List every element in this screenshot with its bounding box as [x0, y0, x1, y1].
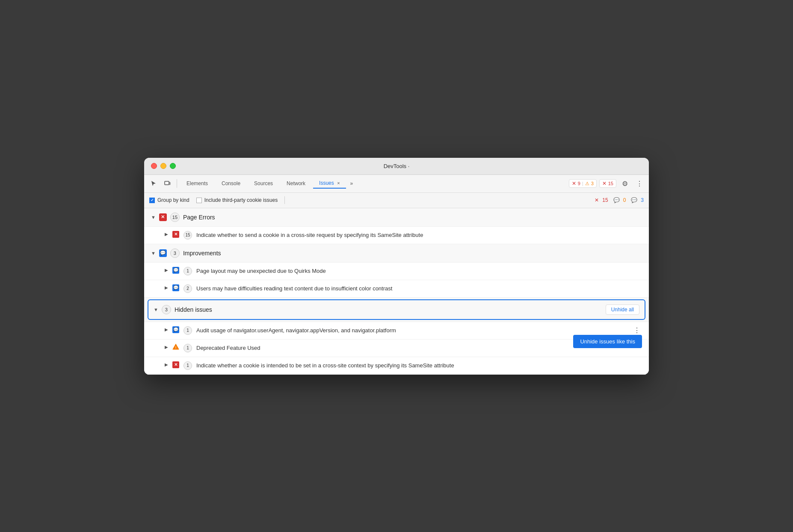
toolbar: Elements Console Sources Network Issues …	[144, 175, 649, 193]
issue-row-contrast[interactable]: ▶ 💬 2 Users may have difficulties readin…	[144, 280, 649, 298]
improvements-section-header[interactable]: ▼ 💬 3 Improvements	[144, 244, 649, 263]
summary-errors: 15	[602, 197, 608, 203]
third-party-checkbox[interactable]	[196, 198, 202, 203]
close-button[interactable]	[151, 163, 157, 169]
hidden-issues-section-wrapper: ▼ 3 Hidden issues Unhide all	[144, 298, 649, 322]
quirks-text: Page layout may be unexpected due to Qui…	[196, 267, 642, 275]
settings-icon[interactable]: ⚙	[619, 177, 631, 189]
deprecated-warning-icon: !	[172, 344, 179, 350]
error-badge-group[interactable]: ✕ 9 | ⚠ 3	[569, 179, 597, 188]
svg-rect-0	[165, 181, 169, 185]
navigator-count: 1	[183, 326, 192, 335]
navigator-text: Audit usage of navigator.userAgent, navi…	[196, 326, 627, 335]
navigator-expand-icon: ▶	[165, 327, 168, 332]
issue-row-cookie-cross-site[interactable]: ▶ ✕ 1 Indicate whether a cookie is inten…	[144, 357, 649, 375]
improvements-count: 3	[170, 248, 180, 258]
third-party-checkbox-label[interactable]: Include third-party cookie issues	[196, 197, 278, 203]
svg-rect-1	[169, 182, 170, 185]
contrast-info-icon: 💬	[172, 284, 179, 291]
page-errors-count: 15	[170, 213, 180, 222]
page-errors-icon: ✕	[159, 213, 167, 221]
deprecated-count: 1	[183, 344, 192, 352]
improvements-chevron: ▼	[151, 251, 156, 256]
tab-network[interactable]: Network	[281, 179, 311, 188]
traffic-lights	[151, 163, 176, 169]
unhide-popup[interactable]: Unhide issues like this	[573, 335, 642, 348]
page-errors-section-header[interactable]: ▼ ✕ 15 Page Errors	[144, 208, 649, 227]
tab-sources[interactable]: Sources	[248, 179, 279, 188]
hidden-issues-section-header[interactable]: ▼ 3 Hidden issues Unhide all	[148, 299, 645, 320]
cookie-text: Indicate whether a cookie is intended to…	[196, 361, 642, 370]
filterbar: Group by kind Include third-party cookie…	[144, 193, 649, 208]
device-icon[interactable]	[161, 177, 173, 189]
hidden-issues-count: 3	[162, 305, 171, 314]
warning-icon: ⚠	[585, 181, 589, 186]
issue-row-quirks[interactable]: ▶ 💬 1 Page layout may be unexpected due …	[144, 263, 649, 280]
issues-error-icon: ✕	[602, 180, 607, 186]
improvements-icon: 💬	[159, 249, 167, 257]
filter-divider	[284, 196, 285, 204]
tab-issues[interactable]: Issues ×	[313, 178, 346, 189]
filter-badges: ✕ 15 💬 0 💬 3	[595, 197, 644, 203]
tab-console[interactable]: Console	[216, 179, 246, 188]
minimize-button[interactable]	[160, 163, 166, 169]
quirks-info-icon: 💬	[172, 267, 179, 274]
more-tabs-button[interactable]: »	[348, 179, 356, 188]
group-by-kind-checkbox[interactable]	[149, 198, 155, 203]
toolbar-divider-1	[177, 179, 177, 188]
devtools-window: DevTools · Elements Console Sources Netw…	[144, 158, 649, 375]
samesite-count: 15	[183, 231, 192, 239]
improvements-title: Improvements	[183, 250, 221, 257]
maximize-button[interactable]	[170, 163, 176, 169]
window-title: DevTools ·	[384, 163, 410, 169]
contrast-count: 2	[183, 284, 192, 293]
cursor-icon[interactable]	[148, 177, 160, 189]
cookie-error-icon: ✕	[172, 361, 179, 368]
samesite-text: Indicate whether to send a cookie in a c…	[196, 231, 642, 239]
cookie-count: 1	[183, 361, 192, 370]
issues-count: 15	[608, 181, 613, 186]
navigator-more-icon[interactable]: ⋮	[632, 326, 642, 334]
tab-elements[interactable]: Elements	[180, 179, 214, 188]
summary-info: 3	[641, 197, 644, 203]
page-errors-title: Page Errors	[183, 214, 215, 221]
issues-badge-group[interactable]: ✕ 15	[599, 179, 616, 188]
contrast-text: Users may have difficulties reading text…	[196, 284, 642, 293]
page-errors-chevron: ▼	[151, 215, 156, 220]
content-area: ▼ ✕ 15 Page Errors ▶ ✕ 15 Indicate wheth…	[144, 208, 649, 375]
group-by-kind-checkbox-label[interactable]: Group by kind	[149, 197, 189, 203]
titlebar: DevTools ·	[144, 158, 649, 175]
quirks-expand-icon: ▶	[165, 268, 168, 272]
deprecated-expand-icon: ▶	[165, 345, 168, 349]
toolbar-right: ✕ 9 | ⚠ 3 ✕ 15 ⚙ ⋮	[569, 177, 645, 189]
samesite-expand-icon: ▶	[165, 232, 168, 236]
error-icon: ✕	[572, 180, 576, 186]
unhide-all-button[interactable]: Unhide all	[606, 304, 639, 315]
error-count: 9	[578, 181, 580, 186]
summary-warnings: 0	[623, 197, 626, 203]
warning-count: 3	[591, 181, 594, 186]
hidden-issues-title: Hidden issues	[175, 306, 212, 313]
issue-row-navigator[interactable]: ▶ 💬 1 Audit usage of navigator.userAgent…	[144, 322, 649, 340]
samesite-error-icon: ✕	[172, 231, 179, 238]
issue-row-samesite[interactable]: ▶ ✕ 15 Indicate whether to send a cookie…	[144, 227, 649, 244]
hidden-issues-chevron: ▼	[154, 307, 158, 312]
navigator-info-icon: 💬	[172, 326, 179, 333]
more-options-icon[interactable]: ⋮	[633, 177, 645, 189]
contrast-expand-icon: ▶	[165, 285, 168, 290]
quirks-count: 1	[183, 267, 192, 275]
cookie-expand-icon: ▶	[165, 362, 168, 367]
